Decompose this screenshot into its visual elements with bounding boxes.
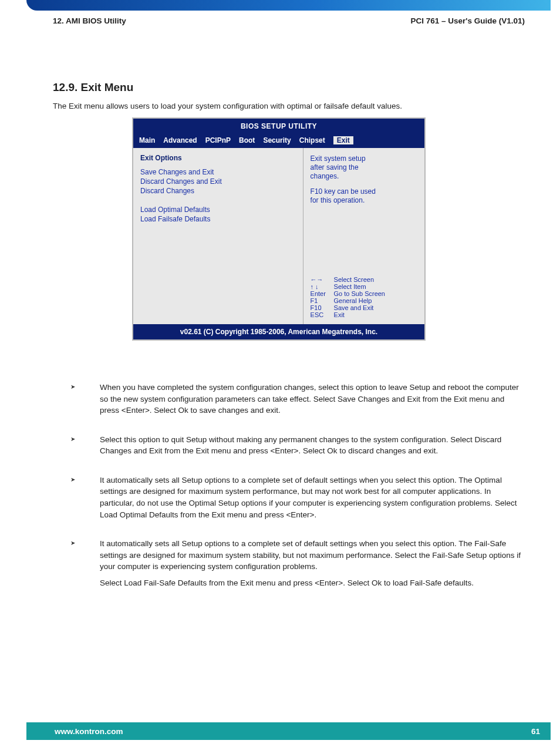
page-footer: www.kontron.com 61 <box>26 722 551 740</box>
bullet-text: When you have completed the system confi… <box>100 382 525 416</box>
bios-tab-pcipnp[interactable]: PCIPnP <box>205 136 231 144</box>
bullet-list: ➤ When you have completed the system con… <box>70 382 525 606</box>
bios-tab-main[interactable]: Main <box>139 136 155 144</box>
chevron-icon: ➤ <box>70 382 100 421</box>
bullet-item: ➤ Select this option to quit Setup witho… <box>70 434 525 462</box>
bullet-text: It automatically sets all Setup options … <box>100 538 525 573</box>
key-label: Go to Sub Screen <box>334 290 385 297</box>
bullet-text: Select Load Fail-Safe Defaults from the … <box>100 577 525 589</box>
bios-opt-load-failsafe[interactable]: Load Failsafe Defaults <box>140 215 296 223</box>
key-enter: Enter <box>311 290 334 297</box>
bios-left-pane: Exit Options Save Changes and Exit Disca… <box>133 148 303 324</box>
chevron-icon: ➤ <box>70 475 100 525</box>
bullet-text: Select this option to quit Setup without… <box>100 434 525 457</box>
bios-screenshot: BIOS SETUP UTILITY Main Advanced PCIPnP … <box>132 117 426 341</box>
key-select-item: ↑ ↓ <box>311 283 334 290</box>
bios-tab-chipset[interactable]: Chipset <box>299 136 325 144</box>
page-number: 61 <box>531 727 540 736</box>
key-label: General Help <box>334 297 372 304</box>
bios-key-legend: ←→Select Screen ↑ ↓Select Item EnterGo t… <box>311 276 417 318</box>
section-intro: The Exit menu allows users to load your … <box>53 101 525 112</box>
bios-opt-save-exit[interactable]: Save Changes and Exit <box>140 168 296 176</box>
bios-opt-discard-exit[interactable]: Discard Changes and Exit <box>140 177 296 186</box>
key-label: Exit <box>334 311 345 318</box>
bios-copyright: v02.61 (C) Copyright 1985-2006, American… <box>133 324 424 339</box>
bios-help-line: after saving the <box>311 163 417 171</box>
header-right: PCI 761 – User's Guide (V1.01) <box>410 16 525 25</box>
key-select-screen: ←→ <box>311 276 334 283</box>
key-label: Select Screen <box>334 276 374 283</box>
bios-tab-bar: Main Advanced PCIPnP Boot Security Chips… <box>133 134 424 148</box>
chevron-icon: ➤ <box>70 434 100 462</box>
page-header: 12. AMI BIOS Utility PCI 761 – User's Gu… <box>53 16 525 25</box>
key-label: Save and Exit <box>334 304 374 311</box>
bios-body: Exit Options Save Changes and Exit Disca… <box>133 148 424 324</box>
bios-tab-exit[interactable]: Exit <box>333 136 353 144</box>
bios-help-text: Exit system setup after saving the chang… <box>311 154 417 205</box>
bullet-item: ➤ It automatically sets all Setup option… <box>70 538 525 593</box>
bios-help-line: Exit system setup <box>311 154 417 163</box>
bullet-item: ➤ When you have completed the system con… <box>70 382 525 421</box>
bios-right-pane: Exit system setup after saving the chang… <box>303 148 424 324</box>
chevron-icon: ➤ <box>70 538 100 593</box>
top-accent-bar <box>26 0 551 11</box>
section-title: 12.9. Exit Menu <box>53 81 133 94</box>
bios-title: BIOS SETUP UTILITY <box>133 119 424 134</box>
key-esc: ESC <box>311 311 334 318</box>
bios-tab-security[interactable]: Security <box>263 136 291 144</box>
bios-opt-load-optimal[interactable]: Load Optimal Defaults <box>140 206 296 214</box>
bios-help-line: changes. <box>311 172 417 180</box>
bios-help-line: for this operation. <box>311 196 417 204</box>
bullet-text: It automatically sets all Setup options … <box>100 475 525 520</box>
bullet-item: ➤ It automatically sets all Setup option… <box>70 475 525 525</box>
bios-tab-boot[interactable]: Boot <box>239 136 255 144</box>
bios-opt-discard[interactable]: Discard Changes <box>140 187 296 195</box>
bios-help-line: F10 key can be used <box>311 187 417 196</box>
bios-tab-advanced[interactable]: Advanced <box>163 136 197 144</box>
key-f10: F10 <box>311 304 334 311</box>
footer-url: www.kontron.com <box>55 727 123 736</box>
bios-exit-options-heading: Exit Options <box>140 154 296 162</box>
header-left: 12. AMI BIOS Utility <box>53 16 126 25</box>
key-f1: F1 <box>311 297 334 304</box>
key-label: Select Item <box>334 283 366 290</box>
